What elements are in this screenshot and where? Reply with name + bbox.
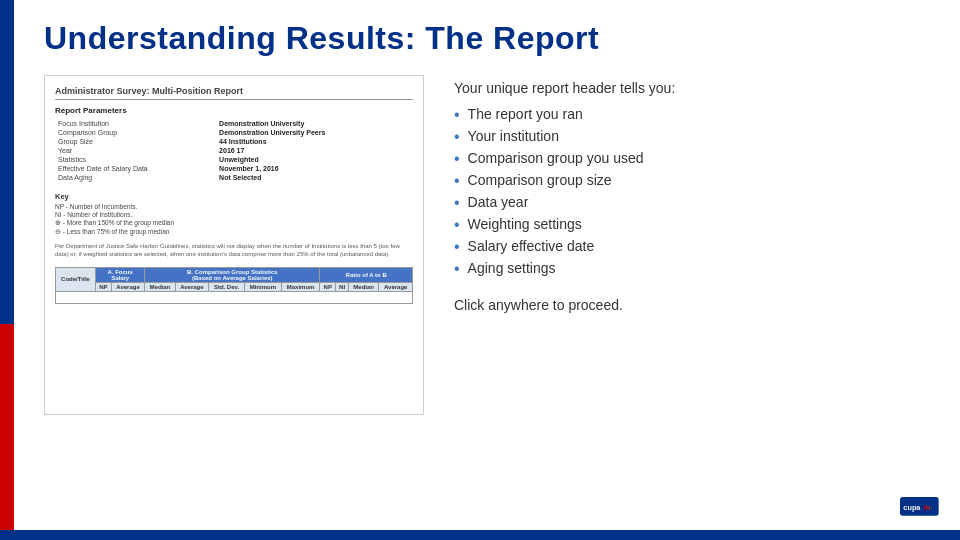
bullet-dot: • <box>454 173 460 189</box>
table-subheader: NP <box>320 282 336 291</box>
bullet-dot: • <box>454 195 460 211</box>
bullet-dot: • <box>454 129 460 145</box>
param-row: Comparison GroupDemonstration University… <box>55 128 413 137</box>
param-row: Year2016 17 <box>55 146 413 155</box>
disclaimer-text: Per Department of Justice Safe Harbor Gu… <box>55 242 413 259</box>
main-content: Understanding Results: The Report Admini… <box>14 0 960 530</box>
param-row: Effective Date of Salary DataNovember 1,… <box>55 164 413 173</box>
list-item: •Your institution <box>454 128 930 145</box>
key-title: Key <box>55 192 413 201</box>
col-b-header: B. Comparison Group Statistics(Based on … <box>145 267 320 282</box>
code-title-header: Code/Title <box>56 267 96 291</box>
key-item: ⊖ - Less than 75% of the group median <box>55 228 413 236</box>
list-item: •Data year <box>454 194 930 211</box>
param-row: Group Size44 Institutions <box>55 137 413 146</box>
key-item: ⊕ - More than 150% of the group median <box>55 219 413 227</box>
param-row: StatisticsUnweighted <box>55 155 413 164</box>
click-proceed-text[interactable]: Click anywhere to proceed. <box>454 297 930 313</box>
table-subheader: NP <box>96 282 112 291</box>
report-params-table: Focus InstitutionDemonstration Universit… <box>55 119 413 182</box>
list-item: •Aging settings <box>454 260 930 277</box>
page-title: Understanding Results: The Report <box>44 20 930 57</box>
col-a-header: A. FocusSalary <box>96 267 145 282</box>
list-item: •Comparison group size <box>454 172 930 189</box>
report-section-title: Report Parameters <box>55 106 413 115</box>
report-screenshot: Administrator Survey: Multi-Position Rep… <box>44 75 424 415</box>
table-subheader: Average <box>111 282 145 291</box>
mini-report-table: Code/Title A. FocusSalary B. Comparison … <box>55 267 413 304</box>
two-column-layout: Administrator Survey: Multi-Position Rep… <box>44 75 930 415</box>
table-subheader: Median <box>349 282 379 291</box>
header-text: Your unique report header tells you: <box>454 80 930 96</box>
param-row: Focus InstitutionDemonstration Universit… <box>55 119 413 128</box>
table-subheader: Median <box>145 282 175 291</box>
key-item: NP - Number of Incumbents. <box>55 203 413 210</box>
param-row: Data AgingNot Selected <box>55 173 413 182</box>
table-subheader: Maximum <box>281 282 320 291</box>
ratio-header: Ratio of A to B <box>320 267 413 282</box>
bullet-dot: • <box>454 239 460 255</box>
bullet-list: •The report you ran•Your institution•Com… <box>454 106 930 277</box>
logo-area: cupa ·hr <box>900 492 940 522</box>
report-survey-title: Administrator Survey: Multi-Position Rep… <box>55 86 413 100</box>
list-item: •The report you ran <box>454 106 930 123</box>
key-section: Key NP - Number of Incumbents.NI - Numbe… <box>55 192 413 236</box>
list-item: •Salary effective date <box>454 238 930 255</box>
bullet-dot: • <box>454 261 460 277</box>
bottom-accent-bar <box>0 530 960 540</box>
bullet-dot: • <box>454 107 460 123</box>
bullet-dot: • <box>454 151 460 167</box>
table-subheader: Average <box>379 282 413 291</box>
table-subheader: Minimum <box>244 282 281 291</box>
bullet-dot: • <box>454 217 460 233</box>
right-panel: Your unique report header tells you: •Th… <box>454 75 930 313</box>
table-subheader: Std. Dev. <box>209 282 245 291</box>
cupa-hr-logo-icon: cupa ·hr <box>900 492 940 522</box>
svg-text:·hr: ·hr <box>922 503 932 512</box>
table-subheader: Average <box>175 282 209 291</box>
key-item: NI - Number of Institutions. <box>55 211 413 218</box>
left-accent-bar <box>0 0 14 540</box>
svg-text:cupa: cupa <box>903 503 921 512</box>
table-subheader: NI <box>336 282 349 291</box>
table-row <box>56 291 413 303</box>
list-item: •Comparison group you used <box>454 150 930 167</box>
list-item: •Weighting settings <box>454 216 930 233</box>
